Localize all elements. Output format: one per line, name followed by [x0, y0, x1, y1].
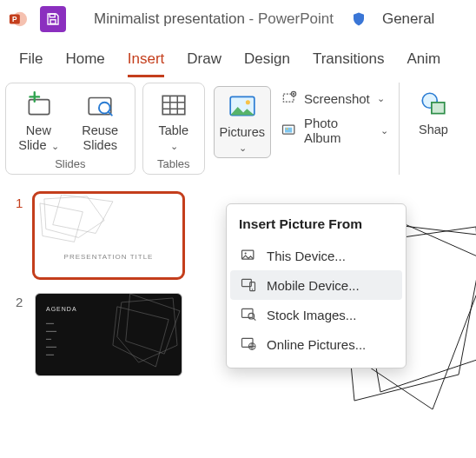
shapes-button[interactable]: Shap [412, 90, 455, 137]
tab-animations[interactable]: Anim [407, 50, 440, 77]
group-slides: New Slide ⌄ Reuse Slides Slides [5, 83, 136, 175]
svg-marker-21 [117, 298, 177, 362]
save-button[interactable] [40, 6, 66, 32]
pictures-icon [228, 92, 257, 122]
popup-title: Insert Picture From [230, 213, 402, 241]
shapes-icon [419, 90, 448, 119]
reuse-slides-button[interactable]: Reuse Slides [75, 90, 126, 152]
table-button[interactable]: Table⌄ [152, 90, 195, 152]
reuse-slides-label: Reuse Slides [75, 123, 126, 152]
pictures-button[interactable]: Pictures⌄ [214, 86, 271, 158]
photo-album-label: Photo Album [304, 116, 368, 145]
doc-name: Minimalist presentation [94, 10, 245, 27]
photo-album-button[interactable]: Photo Album ⌄ [280, 116, 388, 145]
svg-rect-3 [50, 14, 55, 17]
insert-picture-menu: Insert Picture From This Device... Mobil… [226, 203, 407, 368]
svg-point-28 [252, 289, 253, 289]
table-icon [159, 90, 188, 120]
svg-point-10 [246, 100, 250, 104]
tab-insert[interactable]: Insert [128, 50, 165, 77]
svg-point-25 [245, 252, 247, 254]
table-label: Table⌄ [158, 123, 188, 152]
thumb-row-1: 1 PRESENTATION TITLE [16, 194, 191, 277]
svg-point-30 [248, 313, 255, 319]
title-bar: P Minimalist presentation - PowerPoint G… [0, 0, 476, 38]
mobile-icon [239, 276, 258, 294]
slide-thumbnail-1[interactable]: PRESENTATION TITLE [35, 194, 182, 277]
menu-stock-label: Stock Images... [267, 308, 356, 322]
image-subgroup: Screenshot⌄ Photo Album ⌄ [280, 86, 388, 145]
new-slide-label: New Slide ⌄ [15, 123, 63, 152]
reuse-slides-icon [85, 90, 115, 120]
svg-rect-14 [285, 128, 292, 133]
pictures-label: Pictures⌄ [220, 125, 265, 154]
svg-rect-5 [30, 100, 50, 115]
thumb-row-2: 2 AGENDA ━━━━━━━━━━━━━━━━ [16, 293, 191, 376]
menu-this-device[interactable]: This Device... [230, 241, 402, 270]
slide-thumbnails: 1 PRESENTATION TITLE 2 [0, 175, 200, 445]
svg-marker-20 [40, 203, 83, 242]
app-name: PowerPoint [258, 10, 334, 27]
shield-icon [351, 11, 367, 27]
svg-marker-23 [113, 307, 169, 367]
ribbon-tabs: File Home Insert Draw Design Transitions… [0, 38, 476, 77]
screenshot-label: Screenshot [304, 91, 370, 106]
menu-mobile-device[interactable]: Mobile Device... [230, 270, 402, 300]
photo-album-icon [280, 122, 299, 139]
group-label-tables: Tables [157, 157, 190, 170]
group-label-slides: Slides [55, 157, 85, 170]
thumb-number-1: 1 [16, 194, 26, 210]
svg-marker-18 [44, 196, 104, 237]
title-separator: - [249, 10, 258, 27]
menu-mobile-label: Mobile Device... [267, 278, 360, 293]
menu-online-pictures[interactable]: Online Pictures... [230, 329, 402, 359]
menu-online-label: Online Pictures... [267, 337, 366, 352]
group-shapes: Shap [399, 83, 464, 175]
stock-icon [239, 306, 258, 323]
document-title: Minimalist presentation - PowerPoint [94, 10, 334, 28]
svg-rect-8 [162, 96, 185, 114]
tab-draw[interactable]: Draw [187, 50, 221, 77]
group-images: Pictures⌄ Screenshot⌄ [212, 83, 392, 175]
svg-rect-4 [50, 20, 56, 24]
slide2-title: AGENDA [46, 306, 77, 312]
screenshot-icon [280, 90, 299, 107]
menu-this-device-label: This Device... [267, 249, 346, 263]
tab-home[interactable]: Home [65, 50, 104, 77]
sensitivity-label[interactable]: General [382, 10, 434, 28]
svg-rect-17 [432, 103, 445, 114]
tab-design[interactable]: Design [244, 50, 290, 77]
menu-stock-images[interactable]: Stock Images... [230, 300, 402, 329]
tab-transitions[interactable]: Transitions [313, 50, 385, 77]
new-slide-icon [23, 90, 53, 120]
group-tables: Table⌄ Tables [142, 83, 205, 175]
svg-point-15 [286, 128, 288, 129]
online-icon [239, 335, 258, 353]
svg-marker-22 [126, 294, 180, 354]
powerpoint-icon: P [9, 10, 28, 29]
thumb-number-2: 2 [16, 293, 26, 309]
tab-file[interactable]: File [19, 50, 43, 77]
svg-text:P: P [12, 16, 17, 23]
svg-marker-19 [53, 195, 113, 233]
ribbon: New Slide ⌄ Reuse Slides Slides [0, 77, 476, 175]
device-icon [239, 247, 258, 264]
screenshot-button[interactable]: Screenshot⌄ [280, 90, 388, 107]
shapes-label: Shap [419, 123, 448, 137]
slide1-title: PRESENTATION TITLE [36, 253, 182, 261]
slide-thumbnail-2[interactable]: AGENDA ━━━━━━━━━━━━━━━━ [35, 293, 182, 376]
new-slide-button[interactable]: New Slide ⌄ [15, 90, 63, 152]
